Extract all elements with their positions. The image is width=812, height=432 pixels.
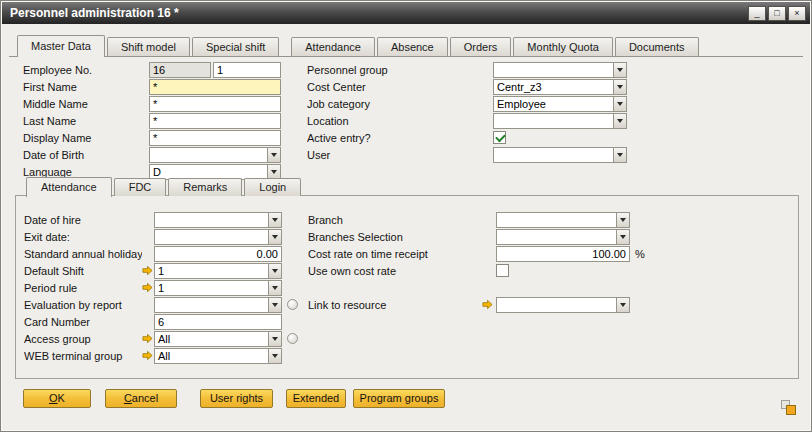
dropdown-button[interactable] <box>268 213 281 227</box>
period-rule-dropdown[interactable]: 1 <box>154 280 282 296</box>
dropdown-button[interactable] <box>613 97 626 111</box>
chevron-down-icon <box>617 153 623 157</box>
subtab-attendance[interactable]: Attendance <box>26 177 112 197</box>
default-shift-label: Default Shift <box>24 265 142 277</box>
employee-no-field-2[interactable]: 1 <box>213 62 281 78</box>
tab-attendance[interactable]: Attendance <box>291 37 375 56</box>
date-of-birth-dropdown[interactable] <box>149 147 281 163</box>
location-label: Location <box>307 115 493 127</box>
job-category-dropdown[interactable]: Employee <box>493 96 627 112</box>
resize-grip-icon <box>780 399 797 416</box>
dropdown-button[interactable] <box>616 230 629 244</box>
dropdown-button[interactable] <box>613 148 626 162</box>
dropdown-button[interactable] <box>613 63 626 77</box>
main-tabstrip: Master Data Shift model Special shift At… <box>9 34 803 57</box>
standard-annual-holiday-field[interactable]: 0.00 <box>154 246 282 262</box>
date-of-hire-dropdown[interactable] <box>154 212 282 228</box>
date-of-birth-row: Date of Birth <box>23 146 285 163</box>
close-icon: × <box>794 8 799 18</box>
web-terminal-group-dropdown[interactable]: All <box>154 348 282 364</box>
dropdown-button[interactable] <box>268 264 281 278</box>
link-arrow-icon[interactable] <box>142 333 154 344</box>
program-groups-button[interactable]: Program groups <box>353 389 445 408</box>
period-rule-value: 1 <box>158 282 164 294</box>
branches-selection-row: Branches Selection <box>308 228 648 245</box>
selector-circle-icon[interactable] <box>287 299 298 310</box>
tab-monthly-quota[interactable]: Monthly Quota <box>513 37 613 56</box>
tab-absence[interactable]: Absence <box>377 37 448 56</box>
subtab-remarks[interactable]: Remarks <box>168 178 242 196</box>
selector-circle-icon[interactable] <box>287 333 298 344</box>
evaluation-by-report-dropdown[interactable] <box>154 297 282 313</box>
last-name-field[interactable]: * <box>149 113 281 129</box>
personnel-group-dropdown[interactable] <box>493 62 627 78</box>
tab-shift-model[interactable]: Shift model <box>107 37 190 56</box>
last-name-label: Last Name <box>23 115 149 127</box>
link-arrow-icon[interactable] <box>142 350 154 361</box>
first-name-field[interactable]: * <box>149 79 281 95</box>
cost-rate-field[interactable]: 100.00 <box>496 246 630 262</box>
active-entry-checkbox[interactable] <box>493 131 506 144</box>
link-arrow-icon[interactable] <box>482 299 496 310</box>
dropdown-button[interactable] <box>616 298 629 312</box>
dropdown-button[interactable] <box>268 332 281 346</box>
link-arrow-icon[interactable] <box>142 282 154 293</box>
dropdown-button[interactable] <box>268 230 281 244</box>
date-of-hire-label: Date of hire <box>24 214 142 226</box>
last-name-row: Last Name * <box>23 112 285 129</box>
ok-button[interactable]: OK <box>23 389 91 408</box>
chevron-down-icon <box>620 218 626 222</box>
maximize-button[interactable]: □ <box>768 6 786 21</box>
chevron-down-icon <box>272 218 278 222</box>
tab-special-shift[interactable]: Special shift <box>192 37 279 56</box>
cost-center-row: Cost Center Centr_z3 <box>307 78 629 95</box>
link-to-resource-dropdown[interactable] <box>496 297 630 313</box>
first-name-row: First Name * <box>23 78 285 95</box>
evaluation-by-report-label: Evaluation by report <box>24 299 142 311</box>
dropdown-button[interactable] <box>268 298 281 312</box>
dropdown-button[interactable] <box>268 349 281 363</box>
middle-name-field[interactable]: * <box>149 96 281 112</box>
access-group-dropdown[interactable]: All <box>154 331 282 347</box>
default-shift-dropdown[interactable]: 1 <box>154 263 282 279</box>
branches-selection-dropdown[interactable] <box>496 229 630 245</box>
extended-button[interactable]: Extended <box>286 389 346 408</box>
use-own-cost-rate-checkbox[interactable] <box>496 264 509 277</box>
user-dropdown[interactable] <box>493 147 627 163</box>
web-terminal-group-label: WEB terminal group <box>24 350 142 362</box>
card-number-field[interactable]: 6 <box>154 314 282 330</box>
dropdown-button[interactable] <box>613 80 626 94</box>
active-entry-row: Active entry? <box>307 129 629 146</box>
resize-grip[interactable] <box>780 399 797 420</box>
cancel-button[interactable]: Cancel <box>105 389 177 408</box>
dropdown-button[interactable] <box>613 114 626 128</box>
default-shift-value: 1 <box>158 265 164 277</box>
location-dropdown[interactable] <box>493 113 627 129</box>
subtab-fdc[interactable]: FDC <box>114 178 167 196</box>
close-button[interactable]: × <box>788 6 806 21</box>
cost-center-dropdown[interactable]: Centr_z3 <box>493 79 627 95</box>
titlebar[interactable]: Personnel administration 16 * _ □ × <box>2 2 810 24</box>
branch-dropdown[interactable] <box>496 212 630 228</box>
user-rights-button[interactable]: User rights <box>200 389 273 408</box>
active-entry-label: Active entry? <box>307 132 493 144</box>
link-arrow-icon[interactable] <box>142 265 154 276</box>
tab-master-data[interactable]: Master Data <box>17 35 105 57</box>
dropdown-button[interactable] <box>268 281 281 295</box>
dropdown-button[interactable] <box>267 148 280 162</box>
first-name-label: First Name <box>23 81 149 93</box>
tab-documents[interactable]: Documents <box>615 37 699 56</box>
display-name-field[interactable]: * <box>149 130 281 146</box>
subtab-login[interactable]: Login <box>244 178 301 196</box>
display-name-row: Display Name * <box>23 129 285 146</box>
minimize-button[interactable]: _ <box>748 6 766 21</box>
chevron-down-icon <box>272 235 278 239</box>
dropdown-button[interactable] <box>616 213 629 227</box>
middle-name-row: Middle Name * <box>23 95 285 112</box>
link-to-resource-row: Link to resource <box>308 296 648 313</box>
chevron-down-icon <box>617 102 623 106</box>
evaluation-by-report-row: Evaluation by report <box>24 296 314 313</box>
tab-orders[interactable]: Orders <box>450 37 512 56</box>
job-category-label: Job category <box>307 98 493 110</box>
exit-date-dropdown[interactable] <box>154 229 282 245</box>
